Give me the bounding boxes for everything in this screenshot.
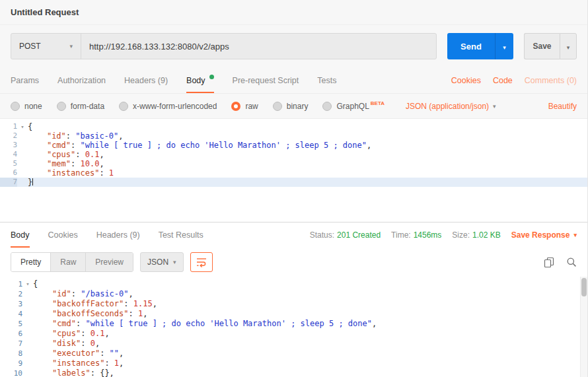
view-preview[interactable]: Preview — [86, 253, 133, 271]
view-pretty[interactable]: Pretty — [11, 253, 51, 271]
chevron-down-icon: ▾ — [493, 103, 496, 110]
radio-icon — [273, 102, 282, 111]
token: "" — [110, 349, 119, 358]
scrollbar-thumb[interactable] — [581, 278, 587, 296]
code-line[interactable]: 5 "mem": 10.0, — [0, 159, 587, 168]
body-type-x-www-form-urlencoded[interactable]: x-www-form-urlencoded — [119, 102, 217, 111]
line-number: 1 — [0, 279, 22, 289]
view-switcher: Pretty Raw Preview — [11, 252, 133, 272]
code-line[interactable]: 1▾{ — [0, 122, 587, 131]
token — [28, 168, 47, 178]
url-input[interactable] — [81, 34, 436, 59]
search-response-button[interactable] — [566, 257, 577, 267]
fold-spacer — [22, 329, 33, 339]
code-line[interactable]: 7} — [0, 178, 587, 187]
response-tab-cookies[interactable]: Cookies — [48, 223, 78, 248]
body-type-raw[interactable]: raw — [231, 102, 258, 111]
token: , — [119, 349, 124, 358]
comments-link[interactable]: Comments (0) — [525, 76, 577, 85]
tab-label: Headers (9) — [96, 230, 140, 240]
chevron-down-icon: ▾ — [573, 232, 577, 238]
code-line[interactable]: 9 "instances": 1, — [0, 359, 587, 368]
view-raw[interactable]: Raw — [51, 253, 86, 271]
token — [33, 359, 52, 368]
response-actions — [544, 257, 577, 268]
method-select[interactable]: POST ▾ — [11, 34, 81, 59]
body-type-graphql[interactable]: GraphQL BETA — [322, 102, 385, 111]
token — [33, 339, 52, 348]
fold-icon[interactable]: ▾ — [17, 122, 28, 131]
beautify-link[interactable]: Beautify — [548, 102, 577, 111]
tab-pre-request-script[interactable]: Pre-request Script — [233, 67, 299, 93]
token: , — [99, 150, 104, 159]
send-button[interactable]: Send — [447, 33, 495, 59]
fold-icon[interactable]: ▾ — [22, 279, 33, 289]
token: "while [ true ] ; do echo 'Hello Maratho… — [85, 319, 371, 328]
token: { — [28, 122, 32, 131]
code-line[interactable]: 4 "cpus": 0.1, — [0, 150, 587, 159]
response-tab-test-results[interactable]: Test Results — [159, 223, 203, 248]
wrap-text-button[interactable] — [190, 252, 213, 272]
tab-params[interactable]: Params — [11, 67, 39, 93]
response-tab-body[interactable]: Body — [11, 223, 30, 248]
line-number: 6 — [0, 168, 17, 178]
token — [33, 368, 52, 377]
code-line[interactable]: 3 "backoffFactor": 1.15, — [0, 299, 587, 309]
beta-badge: BETA — [371, 100, 385, 106]
code-line[interactable]: 2 "id": "/basic-0", — [0, 289, 587, 299]
code-line[interactable]: 3 "cmd": "while [ true ] ; do echo 'Hell… — [0, 141, 587, 150]
token: , — [372, 319, 377, 328]
code-line[interactable]: 7 "disk": 0, — [0, 339, 587, 349]
token: , — [367, 141, 371, 150]
response-language-select[interactable]: JSON ▾ — [140, 252, 184, 272]
request-title-bar: Untitled Request — [0, 0, 587, 25]
code-line[interactable]: 2 "id": "basic-0", — [0, 131, 587, 141]
code-text: "instances": 1, — [33, 359, 587, 368]
body-type-form-data[interactable]: form-data — [57, 102, 104, 111]
code-line[interactable]: 5 "cmd": "while [ true ] ; do echo 'Hell… — [0, 319, 587, 329]
radio-icon — [11, 102, 20, 111]
code-line[interactable]: 6 "cpus": 0.1, — [0, 329, 587, 339]
text-cursor — [32, 178, 33, 186]
tab-authorization[interactable]: Authorization — [57, 67, 106, 93]
code-line[interactable]: 4 "backoffSeconds": 1, — [0, 309, 587, 319]
content-type-select[interactable]: JSON (application/json) ▾ — [406, 102, 496, 111]
token: "while [ true ] ; do echo 'Hello Maratho… — [80, 141, 366, 150]
tab-body[interactable]: Body — [186, 67, 214, 93]
send-options-button[interactable]: ▾ — [495, 33, 513, 59]
token: : — [76, 319, 85, 328]
body-type-binary[interactable]: binary — [273, 102, 309, 111]
code-line[interactable]: 1▾{ — [0, 279, 587, 289]
code-line[interactable]: 10 "labels": {}, — [0, 368, 587, 377]
token: "cpus" — [52, 329, 81, 338]
save-button[interactable]: Save — [524, 33, 560, 59]
line-number: 5 — [0, 159, 17, 168]
token — [28, 131, 47, 141]
tab-label: Tests — [317, 76, 336, 85]
fold-spacer — [17, 168, 28, 178]
response-tab-headers[interactable]: Headers (9) — [96, 223, 140, 248]
token: : — [71, 289, 81, 298]
code-text: { — [33, 279, 587, 289]
body-type-none[interactable]: none — [11, 102, 42, 111]
code-line[interactable]: 8 "executor": "", — [0, 349, 587, 359]
tab-tests[interactable]: Tests — [317, 67, 336, 93]
content-type-value: JSON (application/json) — [406, 102, 489, 111]
cookies-link[interactable]: Cookies — [451, 76, 481, 85]
code-line[interactable]: 6 "instances": 1 — [0, 168, 587, 178]
tab-label: Authorization — [57, 76, 106, 85]
token: { — [33, 279, 38, 289]
request-body-editor[interactable]: 1▾{2 "id": "basic-0",3 "cmd": "while [ t… — [0, 119, 587, 223]
save-options-button[interactable]: ▾ — [560, 33, 577, 59]
tab-label: Body — [186, 76, 205, 85]
copy-response-button[interactable] — [544, 257, 554, 268]
line-number: 2 — [0, 289, 22, 299]
time-value: 1456ms — [414, 230, 442, 240]
response-body-editor[interactable]: 1▾{2 "id": "/basic-0",3 "backoffFactor":… — [0, 277, 587, 377]
code-link[interactable]: Code — [493, 76, 513, 85]
response-scrollbar[interactable] — [580, 277, 587, 377]
token: : — [129, 309, 138, 318]
radio-icon — [57, 102, 66, 111]
save-response-button[interactable]: Save Response ▾ — [511, 230, 577, 240]
tab-headers[interactable]: Headers (9) — [124, 67, 168, 93]
